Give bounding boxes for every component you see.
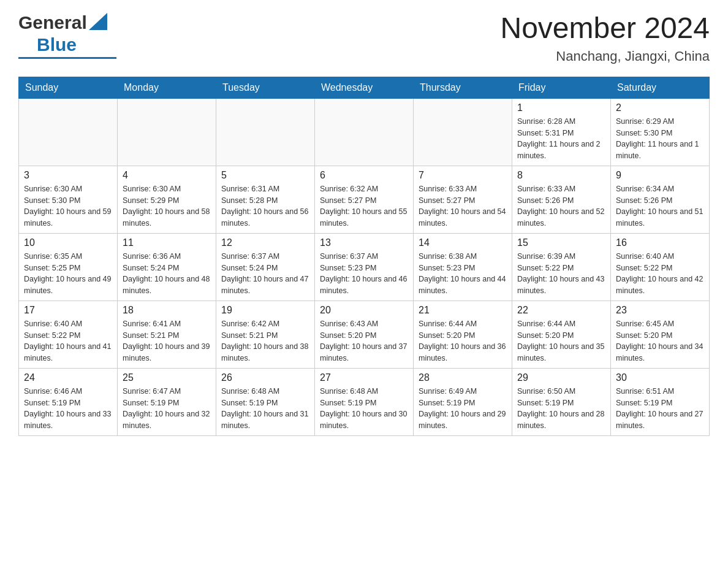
calendar-cell: 8Sunrise: 6:33 AMSunset: 5:26 PMDaylight… [512, 166, 611, 233]
calendar-cell: 17Sunrise: 6:40 AMSunset: 5:22 PMDayligh… [19, 301, 118, 368]
logo-underline [18, 57, 116, 59]
calendar-cell: 16Sunrise: 6:40 AMSunset: 5:22 PMDayligh… [611, 233, 710, 301]
logo: General Blue [18, 12, 116, 59]
calendar-cell: 22Sunrise: 6:44 AMSunset: 5:20 PMDayligh… [512, 301, 611, 368]
day-of-week-sunday: Sunday [19, 77, 118, 98]
day-number: 17 [24, 305, 112, 316]
day-info: Sunrise: 6:46 AMSunset: 5:19 PMDaylight:… [24, 386, 112, 432]
day-info: Sunrise: 6:33 AMSunset: 5:27 PMDaylight:… [419, 183, 507, 229]
calendar-cell [315, 98, 414, 166]
day-info: Sunrise: 6:33 AMSunset: 5:26 PMDaylight:… [517, 183, 605, 229]
calendar-cell: 25Sunrise: 6:47 AMSunset: 5:19 PMDayligh… [118, 368, 216, 435]
day-info: Sunrise: 6:47 AMSunset: 5:19 PMDaylight:… [123, 386, 211, 432]
calendar-cell: 7Sunrise: 6:33 AMSunset: 5:27 PMDaylight… [414, 166, 512, 233]
day-number: 8 [517, 170, 605, 181]
day-number: 15 [517, 237, 605, 248]
day-info: Sunrise: 6:49 AMSunset: 5:19 PMDaylight:… [419, 386, 507, 432]
day-info: Sunrise: 6:30 AMSunset: 5:30 PMDaylight:… [24, 183, 112, 229]
logo-blue-text: Blue [37, 34, 77, 55]
day-of-week-thursday: Thursday [414, 77, 512, 98]
day-number: 26 [221, 372, 309, 383]
day-of-week-friday: Friday [512, 77, 611, 98]
day-number: 21 [419, 305, 507, 316]
title-block: November 2024 Nanchang, Jiangxi, China [500, 12, 710, 64]
day-info: Sunrise: 6:37 AMSunset: 5:23 PMDaylight:… [320, 251, 408, 297]
day-number: 5 [221, 170, 309, 181]
calendar-cell: 18Sunrise: 6:41 AMSunset: 5:21 PMDayligh… [118, 301, 216, 368]
logo-general-text: General [18, 12, 87, 33]
location: Nanchang, Jiangxi, China [500, 48, 710, 64]
day-info: Sunrise: 6:42 AMSunset: 5:21 PMDaylight:… [221, 318, 309, 364]
calendar-cell [19, 98, 118, 166]
calendar-cell: 28Sunrise: 6:49 AMSunset: 5:19 PMDayligh… [414, 368, 512, 435]
calendar-cell: 24Sunrise: 6:46 AMSunset: 5:19 PMDayligh… [19, 368, 118, 435]
day-number: 29 [517, 372, 605, 383]
day-number: 1 [517, 102, 605, 113]
day-number: 19 [221, 305, 309, 316]
calendar-cell: 12Sunrise: 6:37 AMSunset: 5:24 PMDayligh… [216, 233, 315, 301]
calendar-cell: 21Sunrise: 6:44 AMSunset: 5:20 PMDayligh… [414, 301, 512, 368]
day-info: Sunrise: 6:50 AMSunset: 5:19 PMDaylight:… [517, 386, 605, 432]
day-number: 16 [616, 237, 704, 248]
calendar-cell: 1Sunrise: 6:28 AMSunset: 5:31 PMDaylight… [512, 98, 611, 166]
day-number: 30 [616, 372, 704, 383]
day-number: 7 [419, 170, 507, 181]
calendar-cell: 19Sunrise: 6:42 AMSunset: 5:21 PMDayligh… [216, 301, 315, 368]
calendar-cell: 20Sunrise: 6:43 AMSunset: 5:20 PMDayligh… [315, 301, 414, 368]
day-info: Sunrise: 6:30 AMSunset: 5:29 PMDaylight:… [123, 183, 211, 229]
day-info: Sunrise: 6:40 AMSunset: 5:22 PMDaylight:… [24, 318, 112, 364]
day-info: Sunrise: 6:44 AMSunset: 5:20 PMDaylight:… [419, 318, 507, 364]
calendar-cell: 5Sunrise: 6:31 AMSunset: 5:28 PMDaylight… [216, 166, 315, 233]
day-number: 9 [616, 170, 704, 181]
day-info: Sunrise: 6:39 AMSunset: 5:22 PMDaylight:… [517, 251, 605, 297]
calendar-cell: 10Sunrise: 6:35 AMSunset: 5:25 PMDayligh… [19, 233, 118, 301]
day-info: Sunrise: 6:48 AMSunset: 5:19 PMDaylight:… [221, 386, 309, 432]
day-info: Sunrise: 6:44 AMSunset: 5:20 PMDaylight:… [517, 318, 605, 364]
calendar-cell [118, 98, 216, 166]
day-number: 24 [24, 372, 112, 383]
day-number: 27 [320, 372, 408, 383]
day-number: 10 [24, 237, 112, 248]
day-number: 12 [221, 237, 309, 248]
day-number: 11 [123, 237, 211, 248]
calendar-cell: 30Sunrise: 6:51 AMSunset: 5:19 PMDayligh… [611, 368, 710, 435]
calendar-week-row: 24Sunrise: 6:46 AMSunset: 5:19 PMDayligh… [19, 368, 710, 435]
svg-marker-0 [89, 13, 107, 30]
calendar-week-row: 17Sunrise: 6:40 AMSunset: 5:22 PMDayligh… [19, 301, 710, 368]
day-of-week-wednesday: Wednesday [315, 77, 414, 98]
calendar-cell: 26Sunrise: 6:48 AMSunset: 5:19 PMDayligh… [216, 368, 315, 435]
day-number: 14 [419, 237, 507, 248]
calendar-header-row: SundayMondayTuesdayWednesdayThursdayFrid… [19, 77, 710, 98]
day-number: 20 [320, 305, 408, 316]
calendar-cell: 27Sunrise: 6:48 AMSunset: 5:19 PMDayligh… [315, 368, 414, 435]
month-title: November 2024 [500, 12, 710, 45]
day-info: Sunrise: 6:43 AMSunset: 5:20 PMDaylight:… [320, 318, 408, 364]
day-info: Sunrise: 6:48 AMSunset: 5:19 PMDaylight:… [320, 386, 408, 432]
day-of-week-tuesday: Tuesday [216, 77, 315, 98]
calendar-cell: 2Sunrise: 6:29 AMSunset: 5:30 PMDaylight… [611, 98, 710, 166]
day-number: 25 [123, 372, 211, 383]
calendar-cell: 9Sunrise: 6:34 AMSunset: 5:26 PMDaylight… [611, 166, 710, 233]
day-number: 18 [123, 305, 211, 316]
calendar-cell [414, 98, 512, 166]
day-info: Sunrise: 6:34 AMSunset: 5:26 PMDaylight:… [616, 183, 704, 229]
day-info: Sunrise: 6:41 AMSunset: 5:21 PMDaylight:… [123, 318, 211, 364]
day-number: 28 [419, 372, 507, 383]
calendar-cell: 23Sunrise: 6:45 AMSunset: 5:20 PMDayligh… [611, 301, 710, 368]
calendar-week-row: 3Sunrise: 6:30 AMSunset: 5:30 PMDaylight… [19, 166, 710, 233]
day-info: Sunrise: 6:45 AMSunset: 5:20 PMDaylight:… [616, 318, 704, 364]
logo-triangle-icon [89, 13, 107, 30]
page-header: General Blue November 2024 Nanchang, Jia… [18, 12, 710, 64]
calendar-cell: 11Sunrise: 6:36 AMSunset: 5:24 PMDayligh… [118, 233, 216, 301]
calendar-cell: 3Sunrise: 6:30 AMSunset: 5:30 PMDaylight… [19, 166, 118, 233]
day-number: 4 [123, 170, 211, 181]
day-info: Sunrise: 6:38 AMSunset: 5:23 PMDaylight:… [419, 251, 507, 297]
day-info: Sunrise: 6:40 AMSunset: 5:22 PMDaylight:… [616, 251, 704, 297]
day-info: Sunrise: 6:31 AMSunset: 5:28 PMDaylight:… [221, 183, 309, 229]
calendar-table: SundayMondayTuesdayWednesdayThursdayFrid… [18, 77, 710, 436]
day-number: 3 [24, 170, 112, 181]
day-number: 6 [320, 170, 408, 181]
calendar-week-row: 10Sunrise: 6:35 AMSunset: 5:25 PMDayligh… [19, 233, 710, 301]
day-number: 23 [616, 305, 704, 316]
day-number: 13 [320, 237, 408, 248]
